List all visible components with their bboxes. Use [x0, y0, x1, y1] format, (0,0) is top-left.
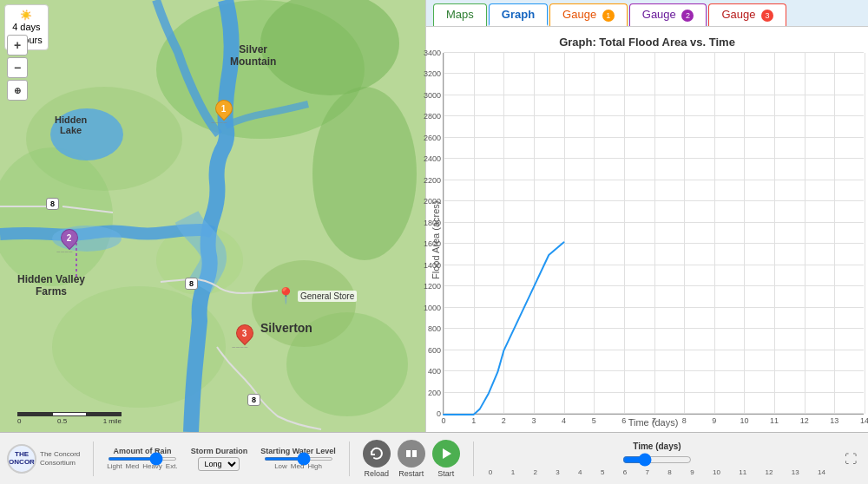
reload-button[interactable]: Reload: [363, 440, 391, 478]
rain-sublabels: Light Med Heavy Ext.: [107, 462, 177, 470]
tab-gauge1[interactable]: Gauge 1: [549, 3, 628, 26]
svg-point-11: [50, 108, 123, 160]
scale-bar: 0 0.5 1 mile: [17, 412, 122, 425]
store-icon: 📍: [276, 286, 295, 305]
graph-title: Graph: Total Flood Area vs. Time: [431, 36, 864, 49]
gauge-2-marker: 2 ~~~~: [61, 229, 78, 256]
road-badge-8-mid: 8: [185, 278, 198, 290]
time-tick-labels: 0 1 2 3 4 5 6 7 8 9 10 11 12 13 14: [487, 468, 827, 476]
storm-label: Storm Duration: [191, 447, 248, 455]
scale-0: 0: [17, 417, 21, 425]
top-area: ☀️ 4 days 0 hours + − ⊕ SilverMountain H…: [0, 0, 868, 432]
zoom-in-button[interactable]: +: [7, 35, 28, 56]
start-icon: [432, 440, 460, 468]
water-sublabels: Low Med High: [274, 462, 322, 470]
divider-1: [93, 441, 94, 476]
action-buttons: Reload Restart Start: [363, 440, 460, 478]
rain-control: Amount of Rain Light Med Heavy Ext.: [107, 447, 177, 470]
scale-half: 0.5: [57, 417, 67, 425]
concord-text: The ConcordConsortium: [40, 450, 80, 467]
bottom-bar: THECONCORD The ConcordConsortium Amount …: [0, 432, 868, 484]
time-slider-area: Time (days) 0 1 2 3 4 5 6 7 8 9 10 11 12…: [487, 441, 827, 476]
gauge3-badge: 3: [761, 10, 773, 22]
storm-control: Storm Duration Short Long: [191, 447, 248, 471]
tab-maps[interactable]: Maps: [433, 3, 487, 26]
time-slider[interactable]: [622, 453, 692, 467]
graph-plot-area: 0200400600800100012001400160018002000220…: [443, 53, 864, 428]
water-slider[interactable]: [264, 457, 333, 461]
general-store-pin: 📍 General Store: [276, 286, 357, 305]
time-slider-label: Time (days): [633, 441, 681, 451]
road-badge-8-left: 8: [46, 198, 59, 210]
gauge-3-marker: 3 ~~~~: [236, 324, 253, 351]
concord-logo: THECONCORD The ConcordConsortium: [7, 444, 80, 474]
svg-rect-15: [406, 450, 411, 457]
svg-rect-16: [412, 450, 417, 457]
gauge1-badge: 1: [602, 10, 615, 22]
fullscreen-button[interactable]: ⛶: [840, 448, 861, 469]
road-badge-8-bottom: 8: [247, 394, 260, 406]
reset-view-button[interactable]: ⊕: [7, 80, 28, 101]
divider-3: [473, 441, 474, 476]
storm-duration-select[interactable]: Short Long: [198, 457, 240, 471]
time-days: 4 days: [10, 21, 43, 33]
map-controls: + − ⊕: [7, 35, 28, 101]
store-label: General Store: [298, 291, 357, 302]
restart-icon: [398, 440, 425, 468]
divider-2: [349, 441, 350, 476]
gauge2-badge: 2: [681, 10, 694, 22]
svg-marker-17: [443, 448, 451, 459]
tab-gauge3[interactable]: Gauge 3: [708, 3, 786, 26]
tab-gauge2[interactable]: Gauge 2: [629, 3, 707, 26]
time-sun-icon: ☀️: [20, 10, 32, 20]
start-button[interactable]: Start: [432, 440, 460, 478]
reload-icon: [363, 440, 391, 468]
restart-label: Restart: [398, 469, 424, 478]
main-container: ☀️ 4 days 0 hours + − ⊕ SilverMountain H…: [0, 0, 868, 484]
water-control: Starting Water Level Low Med High: [260, 447, 336, 470]
start-label: Start: [437, 469, 454, 478]
gauge-1-marker: 1 ~~~~: [215, 100, 233, 127]
svg-point-5: [312, 87, 417, 260]
graph-container: Graph: Total Flood Area vs. Time Flood A…: [426, 27, 868, 432]
zoom-out-button[interactable]: −: [7, 57, 28, 78]
map-area: ☀️ 4 days 0 hours + − ⊕ SilverMountain H…: [0, 0, 425, 432]
reload-label: Reload: [365, 469, 390, 478]
concord-logo-circle: THECONCORD: [7, 444, 36, 474]
restart-button[interactable]: Restart: [398, 440, 425, 478]
rain-slider[interactable]: [108, 457, 177, 461]
right-panel: Maps Graph Gauge 1 Gauge 2 Gauge 3: [425, 0, 868, 432]
tab-graph[interactable]: Graph: [489, 3, 548, 26]
tab-bar: Maps Graph Gauge 1 Gauge 2 Gauge 3: [426, 0, 868, 27]
scale-1mile: 1 mile: [103, 417, 122, 425]
graph-inner: Flood Area (acres) 020040060080010001200…: [431, 53, 864, 428]
graph-plot: 0200400600800100012001400160018002000220…: [443, 53, 864, 415]
